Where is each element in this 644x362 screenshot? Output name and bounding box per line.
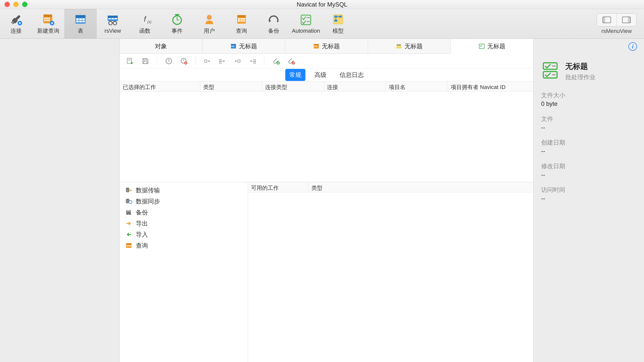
move-all-in-icon[interactable] xyxy=(218,57,227,66)
task-export[interactable]: 导出 xyxy=(125,218,242,229)
tab-objects[interactable]: 对象 xyxy=(120,39,203,54)
tab-untitled-1-label: 无标题 xyxy=(239,42,257,50)
toolbar-backup-label: 备份 xyxy=(268,27,279,35)
toolbar-connection-label: 连接 xyxy=(11,27,22,35)
svg-rect-88 xyxy=(185,63,187,63)
main-area: 对象 无标题 无标题 无标题 无标题 xyxy=(120,39,533,362)
inspector-title: 无标题 xyxy=(565,61,595,72)
svg-rect-17 xyxy=(52,22,53,24)
svg-rect-12 xyxy=(44,20,46,21)
tab-objects-label: 对象 xyxy=(155,42,167,50)
inspector-panel: i 无标题 批处理作业 文件大小0 byte 文件-- 创建日期-- 修改日期-… xyxy=(533,39,644,362)
access-label: 访问时间 xyxy=(541,186,636,194)
task-backup[interactable]: 备份 xyxy=(125,207,242,218)
svg-rect-25 xyxy=(82,21,85,22)
toolbar-model[interactable]: 模型 xyxy=(322,9,354,38)
available-jobs-body[interactable] xyxy=(248,192,533,362)
toolbar-automation-label: Automation xyxy=(292,28,320,34)
left-sidebar xyxy=(0,39,120,362)
col-available-type[interactable]: 类型 xyxy=(308,182,533,192)
svg-rect-14 xyxy=(48,20,50,21)
remove-attachment-icon[interactable] xyxy=(287,57,296,66)
task-data-transfer[interactable]: 数据传输 xyxy=(125,185,242,196)
left-panel-toggle[interactable] xyxy=(597,14,617,26)
svg-rect-67 xyxy=(233,46,234,47)
maximize-window-icon[interactable] xyxy=(22,2,27,7)
col-connection[interactable]: 连接 xyxy=(324,81,386,91)
run-icon[interactable] xyxy=(126,57,135,66)
filesize-label: 文件大小 xyxy=(541,91,636,99)
tab-untitled-4-label: 无标题 xyxy=(487,42,505,50)
move-in-icon[interactable] xyxy=(203,57,212,66)
task-type-list: 数据传输 数据同步 备份 导出 导入 xyxy=(120,182,248,362)
right-panel-toggle[interactable] xyxy=(617,14,636,26)
document-tabs: 对象 无标题 无标题 无标题 无标题 xyxy=(120,39,533,54)
minimize-window-icon[interactable] xyxy=(13,2,19,7)
toolbar-query[interactable]: 查询 xyxy=(225,9,258,38)
info-icon[interactable]: i xyxy=(628,42,637,51)
svg-rect-43 xyxy=(237,15,246,17)
toolbar-new-query[interactable]: 新建查询 xyxy=(32,9,64,38)
task-query[interactable]: 查询 xyxy=(125,240,242,251)
toolbar-user[interactable]: 用户 xyxy=(193,9,225,38)
svg-rect-71 xyxy=(316,46,317,47)
toolbar-table[interactable]: 表 xyxy=(64,9,97,38)
col-project-owner[interactable]: 项目拥有者 Navicat ID xyxy=(448,81,533,91)
file-value: -- xyxy=(541,124,636,131)
add-attachment-icon[interactable] xyxy=(271,57,280,66)
toolbar-function[interactable]: f(x) 函数 xyxy=(129,9,161,38)
task-data-sync[interactable]: 数据同步 xyxy=(125,196,242,207)
svg-rect-51 xyxy=(301,15,311,25)
tab-untitled-1[interactable]: 无标题 xyxy=(203,39,285,54)
toolbar-event[interactable]: 事件 xyxy=(161,9,193,38)
tab-untitled-3[interactable]: 无标题 xyxy=(368,39,451,54)
backup-small-icon xyxy=(125,209,132,216)
save-icon[interactable] xyxy=(141,57,150,66)
svg-rect-24 xyxy=(79,21,82,22)
move-all-out-icon[interactable] xyxy=(248,57,257,66)
schedule-icon[interactable] xyxy=(164,57,173,66)
selected-jobs-body[interactable] xyxy=(120,92,533,182)
subtab-advanced[interactable]: 高级 xyxy=(310,69,331,81)
svg-rect-11 xyxy=(48,18,50,19)
close-window-icon[interactable] xyxy=(5,2,10,7)
svg-rect-27 xyxy=(108,16,118,18)
svg-rect-107 xyxy=(127,245,128,246)
created-label: 创建日期 xyxy=(541,139,636,147)
svg-point-41 xyxy=(207,15,212,20)
col-selected-work[interactable]: 已选择的工作 xyxy=(120,81,200,91)
svg-rect-56 xyxy=(339,16,342,18)
subtab-infolog[interactable]: 信息日志 xyxy=(336,69,368,81)
task-import[interactable]: 导入 xyxy=(125,229,242,240)
subtab-general[interactable]: 常规 xyxy=(285,69,305,81)
svg-rect-49 xyxy=(243,20,245,22)
batch-job-icon xyxy=(541,61,559,79)
tab-query-icon xyxy=(230,43,236,49)
col-project-name[interactable]: 项目名 xyxy=(386,81,448,91)
svg-rect-6 xyxy=(20,22,20,24)
tab-untitled-2[interactable]: 无标题 xyxy=(285,39,368,54)
toolbar-connection[interactable]: 连接 xyxy=(0,9,32,38)
svg-point-32 xyxy=(113,21,117,25)
svg-rect-13 xyxy=(46,20,48,21)
svg-rect-44 xyxy=(238,18,240,20)
col-type[interactable]: 类型 xyxy=(200,81,262,91)
tab-untitled-4[interactable]: 无标题 xyxy=(451,39,533,54)
file-label: 文件 xyxy=(541,115,636,123)
toolbar-backup[interactable]: 备份 xyxy=(258,9,290,38)
available-jobs-header: 可用的工作 类型 xyxy=(248,182,533,192)
svg-rect-29 xyxy=(111,18,114,19)
col-available-work[interactable]: 可用的工作 xyxy=(248,182,308,192)
move-out-icon[interactable] xyxy=(233,57,242,66)
remove-schedule-icon[interactable] xyxy=(179,57,188,66)
svg-rect-90 xyxy=(219,59,221,61)
main-toolbar: 连接 新建查询 表 rsView f(x) 函数 事件 用户 xyxy=(0,9,644,39)
svg-rect-21 xyxy=(79,18,82,20)
svg-rect-69 xyxy=(314,44,319,45)
svg-rect-45 xyxy=(240,18,243,20)
toolbar-automation[interactable]: Automation xyxy=(290,9,322,38)
svg-rect-61 xyxy=(603,17,605,23)
svg-rect-22 xyxy=(82,18,85,20)
toolbar-rsview[interactable]: rsView xyxy=(97,9,129,38)
col-connection-type[interactable]: 连接类型 xyxy=(262,81,324,91)
